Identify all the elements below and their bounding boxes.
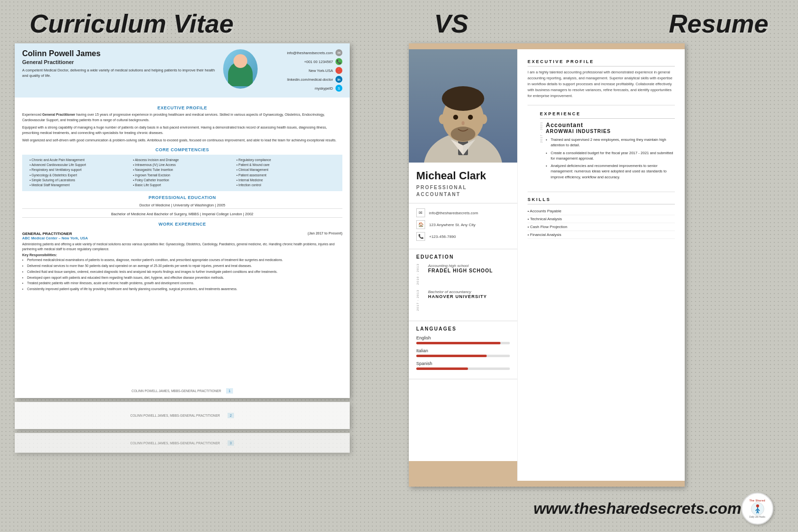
comp-item: Respiratory and Ventilatory support (30, 167, 128, 172)
svg-point-10 (439, 114, 446, 124)
resume-education-block: EDUCATION 2010 - 2013 Accounting high sc… (409, 249, 517, 321)
exec-profile-section: EXECUTIVE PROFILE I am a highly talented… (528, 59, 675, 99)
resume-inner: Micheal Clark PROFESSIONAL ACCOUNTANT ✉ … (409, 49, 685, 487)
resp-item: Treated pediatric patients with minor il… (22, 281, 342, 286)
exec-profile-text1: Experienced General Practitioner having … (22, 112, 342, 123)
resume-top-accent (409, 43, 685, 49)
experience-col: EXPERIENCE 2017 - 2021 Accountant AROWWA… (540, 111, 675, 186)
svg-point-11 (480, 114, 487, 124)
resume-page: Micheal Clark PROFESSIONAL ACCOUNTANT ✉ … (409, 43, 685, 487)
svg-point-6 (453, 115, 458, 120)
cv-skype: myskypeID S (264, 85, 342, 92)
resume-name: Micheal Clark (416, 170, 510, 182)
lang-heading: LANGUAGES (416, 326, 510, 332)
resume-photo (409, 49, 517, 163)
skill-item-2: Technical Analysis (528, 215, 675, 223)
resume-bottom-accent (409, 481, 685, 487)
website-url: www.thesharedsecrets.com (533, 499, 741, 518)
resume-photo-area (409, 49, 517, 163)
resume-left-bottom-accent (409, 461, 517, 481)
lang-name-it: Italian (416, 348, 510, 353)
resume-contact-phone: 📞 +123-456-7890 (416, 232, 510, 241)
resp-item: Collected fluid and tissue samples, orde… (22, 269, 342, 274)
page-header: Curriculum Vitae VS Resume (0, 0, 798, 43)
resp-item: Delivered medical services to more than … (22, 264, 342, 268)
cv-header: Colinn Powell James General Practitioner… (15, 43, 350, 98)
exp-years: 2017 - 2021 (540, 122, 543, 145)
skills-heading: SKILLS (528, 197, 675, 204)
resume-two-col: EXPERIENCE 2017 - 2021 Accountant AROWWA… (528, 105, 675, 186)
edu-school-main-1: FRADEL HIGH SCHOOL (428, 268, 510, 273)
lang-bar-bg-en (416, 342, 510, 344)
comp-item: Patient assessment (236, 173, 335, 178)
exp-company: AROWWAI INDUSTRIES (546, 129, 675, 134)
resp-item: Performed medical/clinical examinations … (22, 258, 342, 263)
exp-info: Accountant AROWWAI INDUSTRIES Trained an… (546, 122, 675, 182)
lang-bar-bg-sp (416, 367, 510, 370)
resume-languages-block: LANGUAGES English Italian (409, 321, 517, 379)
resume-contact-address: 🏠 123 Anywhere St. Any City (416, 220, 510, 229)
comp-col-1: Chronic and Acute Pain Management Advanc… (27, 158, 131, 188)
spacer (528, 111, 532, 186)
work-exp-title: WORK EXPERIENCE (22, 222, 342, 227)
work-org: ABC Medical Center – New York, USA (22, 236, 342, 240)
lang-bar-fill-sp (416, 367, 468, 370)
resume-right-col: EXECUTIVE PROFILE I am a highly talented… (517, 49, 685, 487)
skype-icon: S (335, 85, 342, 92)
svg-point-8 (462, 121, 465, 125)
comp-item: Chronic and Acute Pain Management (30, 158, 128, 163)
cv-page-2: COLINN POWELL JAMES, MBBS-GENERAL PRACTI… (15, 402, 350, 429)
comp-item: Nasogastric Tube Insertion (133, 167, 232, 172)
exp-bullet-2: Create a consolidated budget for the fis… (546, 150, 675, 162)
cv-header-left: Colinn Powell James General Practitioner… (22, 49, 217, 78)
edu-school-name-1: Accounting high school (428, 264, 510, 268)
edu-degree-2: Bachelor of accountancy (428, 290, 510, 294)
lang-name-sp: Spanish (416, 361, 510, 366)
lang-bar-bg-it (416, 355, 510, 357)
exec-profile-text3: Well organized and self-driven with good… (22, 138, 342, 143)
cv-page-3: COLINN POWELL JAMES, MBBS-GENERAL PRACTI… (15, 433, 350, 453)
edu-item-1: 2010 - 2013 Accounting high school FRADE… (416, 264, 510, 285)
comp-item: Medical Staff Management (30, 183, 128, 188)
email-icon: ✉ (416, 208, 425, 217)
cv-page-3-footer: COLINN POWELL JAMES, MBBS-GENERAL PRACTI… (15, 433, 350, 453)
cv-footer-1: COLINN POWELL JAMES, MBBS-GENERAL PRACTI… (15, 386, 350, 396)
location-icon: 📍 (335, 67, 342, 74)
comp-item: Simple Suturing of Lacerations (30, 178, 128, 183)
page-number-1: 1 (226, 388, 233, 394)
exp-bullet-3: Analyzed deficiencies and recommended im… (546, 163, 675, 180)
location-icon: 🏠 (416, 220, 425, 229)
work-role: GENERAL PRACTITIONER (Jan 2017 to Presen… (22, 232, 342, 236)
resume-section: Micheal Clark PROFESSIONAL ACCOUNTANT ✉ … (409, 43, 685, 531)
exec-profile-heading: EXECUTIVE PROFILE (528, 59, 675, 66)
phone-icon: 📞 (335, 58, 342, 65)
lang-name-en: English (416, 335, 510, 340)
edu-content-2: Bachelor of accountancy HANOVER UNIVERSI… (428, 290, 510, 299)
lang-bar-fill-it (416, 355, 487, 357)
cv-contact: info@thesharedsecrets.com ✉ +001 00 1234… (264, 49, 342, 92)
resp-title: Key Responsibilities: (22, 253, 342, 257)
svg-point-9 (451, 127, 475, 141)
cv-page-2-footer: COLINN POWELL JAMES, MBBS-GENERAL PRACTI… (15, 402, 350, 429)
logo: The Shared Daily Life Hacks (741, 493, 773, 525)
comp-item: Internal Medicine (236, 178, 335, 183)
exp-year-row: 2017 - 2021 Accountant AROWWAI INDUSTRIE… (540, 122, 675, 182)
prof-edu-title: PROFESSIONAL EDUCATION (22, 195, 342, 200)
svg-point-5 (442, 86, 484, 111)
edu-item-2: 2017 - 2013 Bachelor of accountancy HANO… (416, 290, 510, 311)
edu-content-1: Accounting high school FRADEL HIGH SCHOO… (428, 264, 510, 273)
comp-item: Intravenous (IV) Line Access (133, 163, 232, 167)
exp-role: Accountant (546, 122, 675, 129)
phone-icon: 📞 (416, 232, 425, 241)
skill-item-3: Cash Flow Projection (528, 223, 675, 231)
cv-linkedin: linkedin.com/medical-doctor in (264, 76, 342, 83)
exp-heading: EXPERIENCE (540, 111, 675, 119)
svg-point-7 (468, 115, 473, 120)
logo-bottom-text: Daily Life Hacks (749, 516, 765, 518)
comp-item: Clinical Management (236, 167, 335, 172)
cv-phone: +001 00 1234567 📞 (264, 58, 342, 65)
work-desc: Administering patients and offering a wi… (22, 242, 342, 252)
comp-item: Patient & Wound care (236, 163, 335, 167)
comp-item: Infection control (236, 183, 335, 188)
lang-english: English (416, 335, 510, 344)
